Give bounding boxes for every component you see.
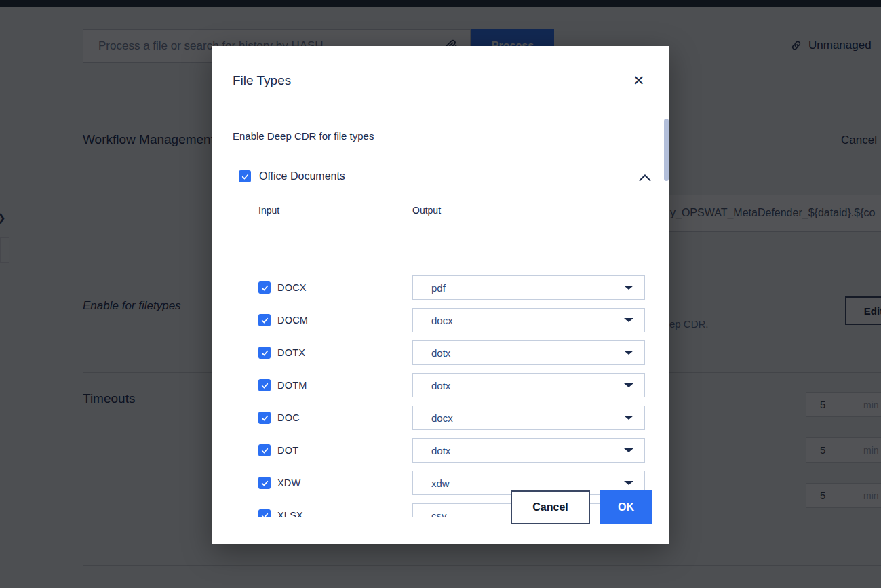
file-type-checkbox[interactable] — [258, 477, 271, 489]
caret-down-icon — [624, 286, 633, 290]
file-type-checkbox[interactable] — [258, 444, 271, 456]
chevron-up-icon[interactable] — [638, 172, 652, 182]
file-type-row: DOTMdotx — [212, 373, 669, 398]
ok-button[interactable]: OK — [600, 490, 652, 524]
file-type-checkbox[interactable] — [258, 314, 271, 326]
select-value: docx — [431, 315, 453, 326]
file-type-checkbox[interactable] — [258, 379, 271, 391]
group-divider — [233, 197, 655, 197]
output-column-header: Output — [412, 205, 441, 216]
select-value: docx — [431, 412, 453, 424]
office-documents-group: Office Documents — [239, 170, 345, 182]
output-select[interactable]: dotx — [412, 340, 645, 365]
file-type-label: DOC — [277, 412, 300, 423]
file-type-rows: DOCXpdfDOCMdocxDOTXdotxDOTMdotxDOCdocxDO… — [212, 270, 669, 517]
caret-down-icon — [624, 448, 633, 452]
file-type-label: DOT — [277, 445, 298, 456]
file-type-checkbox[interactable] — [258, 347, 271, 359]
file-type-label: DOTM — [277, 380, 307, 391]
caret-down-icon — [624, 416, 633, 420]
caret-down-icon — [624, 481, 633, 485]
output-select[interactable]: dotx — [412, 438, 645, 463]
dialog-subtitle: Enable Deep CDR for file types — [233, 130, 374, 142]
select-value: csv — [431, 510, 447, 517]
file-type-row: DOCMdocx — [212, 308, 669, 333]
file-type-label: XLSX — [277, 510, 303, 517]
file-type-checkbox[interactable] — [258, 509, 271, 517]
input-column-header: Input — [258, 205, 279, 216]
output-select[interactable]: pdf — [412, 275, 645, 300]
file-type-label: DOCX — [277, 282, 307, 293]
screen: { "colors": { "accent_blue": "#2b6ff2", … — [0, 0, 881, 588]
file-type-label: XDW — [277, 477, 300, 488]
dialog-title: File Types — [233, 73, 291, 88]
file-type-label: DOCM — [277, 315, 308, 326]
cancel-button[interactable]: Cancel — [511, 490, 590, 524]
select-value: xdw — [431, 477, 450, 489]
file-type-row: DOTdotx — [212, 438, 669, 463]
file-type-row: DOCdocx — [212, 406, 669, 431]
file-type-label: DOTX — [277, 347, 305, 358]
caret-down-icon — [624, 318, 633, 322]
output-select[interactable]: docx — [412, 308, 645, 332]
file-types-dialog: File Types ✕ Enable Deep CDR for file ty… — [212, 46, 669, 544]
group-label: Office Documents — [259, 170, 345, 182]
select-value: dotx — [431, 347, 450, 359]
select-value: dotx — [431, 380, 450, 391]
file-type-row: DOCXpdf — [212, 275, 669, 300]
output-select[interactable]: dotx — [412, 373, 645, 397]
close-icon[interactable]: ✕ — [633, 73, 645, 87]
file-type-checkbox[interactable] — [258, 281, 271, 294]
output-select[interactable]: docx — [412, 406, 645, 430]
file-type-checkbox[interactable] — [258, 412, 271, 424]
select-value: dotx — [431, 445, 450, 456]
file-type-row: DOTXdotx — [212, 340, 669, 366]
select-value: pdf — [431, 282, 446, 294]
modal-scrollbar-thumb[interactable] — [664, 119, 669, 181]
caret-down-icon — [624, 383, 633, 387]
office-documents-checkbox[interactable] — [239, 170, 251, 182]
caret-down-icon — [624, 351, 633, 355]
